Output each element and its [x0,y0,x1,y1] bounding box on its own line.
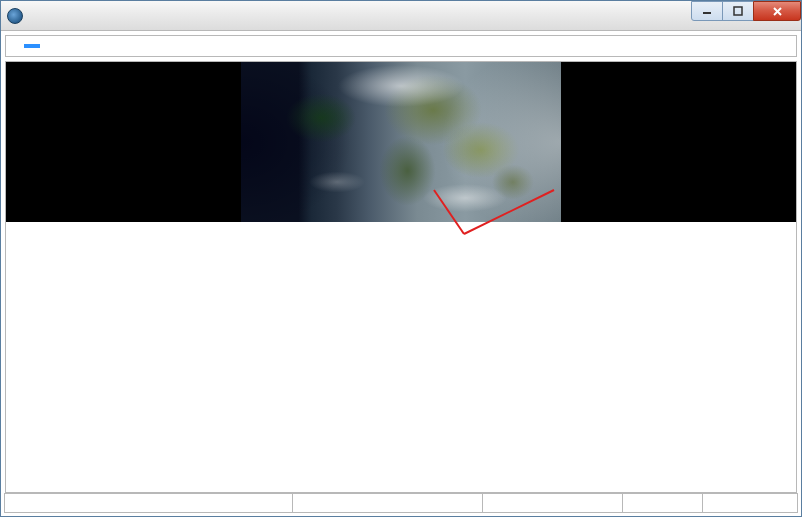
status-coords [482,494,622,512]
menu-file[interactable] [8,44,24,48]
status-weather [292,494,482,512]
menu-view[interactable] [40,44,56,48]
window-controls [692,1,801,21]
maximize-icon [733,6,743,16]
menubar [5,35,797,57]
window-titlebar [1,1,801,31]
world-map-image [241,62,561,222]
minimize-icon [702,6,712,16]
status-time [622,494,702,512]
menu-window[interactable] [56,44,72,48]
close-button[interactable] [753,1,801,21]
content-area [5,61,797,493]
world-map[interactable] [6,62,796,222]
menu-help[interactable] [72,44,88,48]
status-hint [5,494,292,512]
menu-edit[interactable] [24,44,40,48]
status-date [702,494,797,512]
app-icon [7,8,23,24]
svg-rect-1 [734,7,742,15]
maximize-button[interactable] [722,1,754,21]
close-icon [772,6,783,17]
minimize-button[interactable] [691,1,723,21]
statusbar [4,493,798,513]
